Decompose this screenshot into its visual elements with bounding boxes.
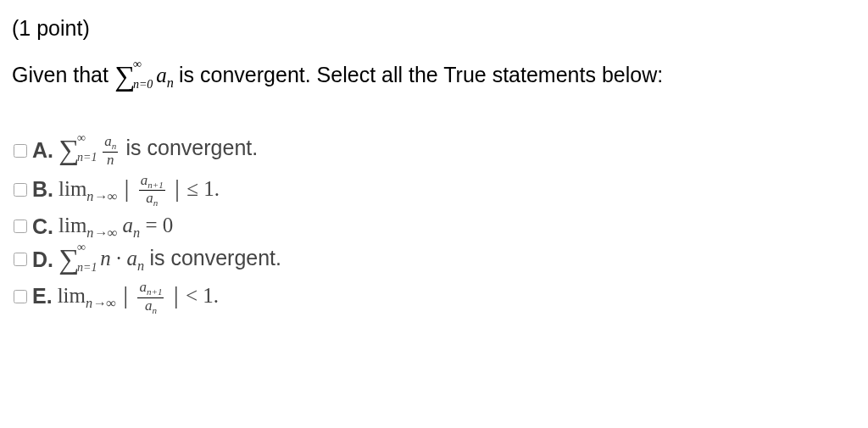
relation: ≤ [186,177,198,200]
rhs: 0 [163,214,174,236]
fraction: an+1 an [137,280,164,315]
option-a: A. ∑ ∞ n=1 an n is convergent. [12,134,856,167]
checkbox-c[interactable] [14,220,27,233]
lim: limn→∞ [58,214,117,236]
sum-symbol: ∑ ∞ n=0 [114,62,135,88]
sum-upper: ∞ [77,131,86,146]
option-b: B. limn→∞ | an+1 an | ≤ 1. [12,171,856,208]
option-d: D. ∑ ∞ n=1 n · an is convergent. [12,245,856,275]
sum-symbol: ∑ ∞ n=1 [58,136,79,162]
term: an [123,214,146,236]
prompt-prefix: Given that [12,63,114,86]
rhs: 1. [203,284,219,307]
eq: = [145,214,157,236]
options-list: A. ∑ ∞ n=1 an n is convergent. [12,134,856,315]
relation: < [186,284,198,307]
option-letter: A. [32,137,53,164]
sum-symbol: ∑ ∞ n=1 [58,245,79,271]
option-letter: C. [32,214,53,240]
lim: limn→∞ [58,177,117,200]
checkbox-a[interactable] [14,144,27,158]
coeff: n [100,247,111,270]
checkbox-e[interactable] [14,290,27,303]
rhs: 1. [203,177,220,200]
option-letter: B. [32,176,53,203]
option-c: C. limn→∞ an = 0 [12,212,856,242]
question-page: (1 point) Given that ∑ ∞ n=0 an is conve… [0,0,868,334]
checkbox-d[interactable] [14,253,27,266]
sum-lower: n=0 [133,77,153,92]
fraction: an n [103,134,118,167]
prompt-suffix: is convergent. Select all the True state… [179,63,663,86]
sum-upper: ∞ [133,57,142,72]
option-letter: E. [32,283,53,309]
fraction: an+1 an [139,173,165,208]
option-letter: D. [32,247,53,273]
sum-upper: ∞ [77,240,86,255]
question-prompt: Given that ∑ ∞ n=0 an is convergent. Sel… [12,62,856,92]
points-label: (1 point) [12,15,856,42]
option-e: E. limn→∞ | an+1 an | < 1. [12,278,856,315]
option-text-after: is convergent. [149,246,281,270]
checkbox-b[interactable] [14,183,27,197]
term: an [127,247,145,270]
sum-term: an [156,64,174,86]
dot: · [116,247,127,270]
lim: limn→∞ [58,284,116,307]
sum-lower: n=1 [77,150,97,165]
sum-lower: n=1 [77,260,97,275]
option-text-after: is convergent. [126,136,259,160]
